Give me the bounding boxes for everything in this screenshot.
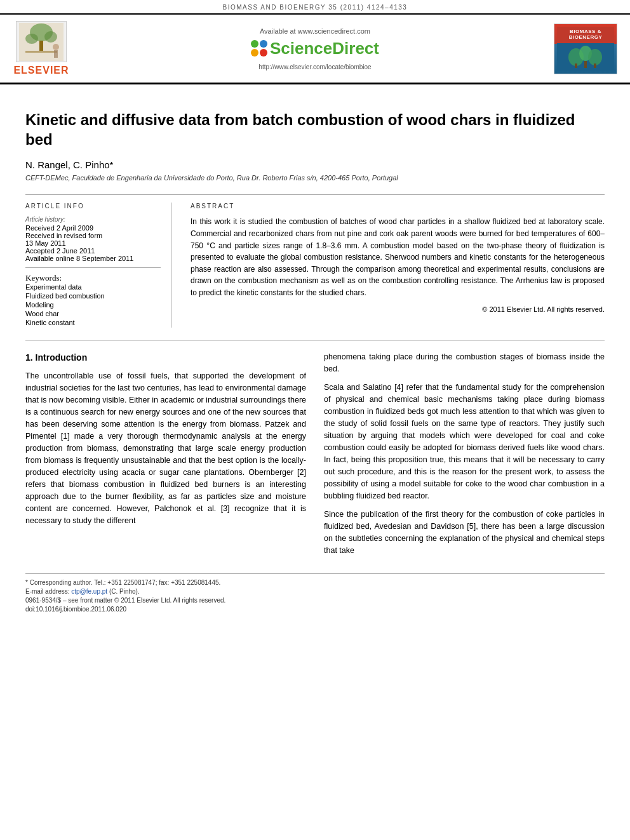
elsevier-logo: ELSEVIER [6,21,76,76]
received-date: Received 2 April 2009 [25,224,161,232]
introduction-heading: 1. Introduction [25,351,306,364]
doi-footnote: doi:10.1016/j.biombioe.2011.06.020 [25,606,605,613]
section-divider [25,340,605,341]
sciencedirect-text: ScienceDirect [270,39,379,58]
journal-bar: BIOMASS AND BIOENERGY 35 (2011) 4124–413… [0,0,630,15]
keyword-2: Fluidized bed combustion [25,292,161,300]
abstract-panel: ABSTRACT In this work it is studied the … [191,203,605,328]
sd-dot-2 [260,40,267,48]
sciencedirect-dots [251,40,267,57]
main-content: Kinetic and diffusive data from batch co… [0,84,630,627]
elsevier-tree-svg [19,23,64,61]
body-left-column: 1. Introduction The uncontrollable use o… [25,351,306,563]
article-history: Article history: Received 2 April 2009 R… [25,216,161,262]
svg-rect-12 [575,63,577,68]
keyword-5: Kinetic constant [25,319,161,326]
sd-dot-4 [260,49,267,57]
svg-rect-2 [39,41,43,51]
svg-rect-14 [594,63,596,68]
article-info-panel: ARTICLE INFO Article history: Received 2… [25,203,171,328]
sciencedirect-logo: ScienceDirect [76,39,554,58]
elsevier-tree-image [16,21,67,62]
email-link[interactable]: ctp@fe.up.pt [71,588,107,595]
article-info-abstract-section: ARTICLE INFO Article history: Received 2… [25,194,605,328]
email-suffix: (C. Pinho). [109,588,140,595]
biomass-logo-bottom [557,43,614,71]
copyright-text: © 2011 Elsevier Ltd. All rights reserved… [191,304,605,315]
authors-text: N. Rangel, C. Pinho* [25,159,113,170]
abstract-text-content: In this work it is studied the combustio… [191,217,605,297]
keyword-3: Modeling [25,301,161,309]
accepted-date: Accepted 2 June 2011 [25,247,161,255]
intro-right-paragraph-1: phenomena taking place during the combus… [324,351,605,375]
email-prefix: E-mail address: [25,588,71,595]
svg-rect-5 [25,51,57,53]
biomass-logo-top: BIOMASS &BIOENERGY [557,27,614,42]
issn-footnote: 0961-9534/$ – see front matter © 2011 El… [25,597,605,604]
body-right-column: phenomena taking place during the combus… [324,351,605,563]
intro-right-paragraph-2: Scala and Salatino [4] refer that the fu… [324,382,605,502]
corresponding-author-footnote: * Corresponding author. Tel.: +351 22508… [25,579,605,586]
sd-dot-3 [251,49,258,57]
abstract-label: ABSTRACT [191,203,605,210]
intro-left-paragraph-1: The uncontrollable use of fossil fuels, … [25,370,306,527]
center-header: Available at www.sciencedirect.com Scien… [76,27,554,70]
svg-point-6 [53,44,59,50]
keyword-4: Wood char [25,310,161,317]
authors-line: N. Rangel, C. Pinho* [25,159,605,170]
article-history-heading: Article history: [25,216,161,223]
sd-dot-1 [251,40,258,48]
available-at-text: Available at www.sciencedirect.com [76,27,554,35]
journal-url: http://www.elsevier.com/locate/biombioe [76,63,554,70]
body-section: 1. Introduction The uncontrollable use o… [25,351,605,563]
svg-rect-7 [54,50,58,58]
article-title: Kinetic and diffusive data from batch co… [25,110,605,149]
revised-date: 13 May 2011 [25,239,161,247]
revised-label: Received in revised form [25,232,161,239]
section-number: 1. [25,352,33,363]
intro-right-paragraph-3: Since the publication of the first theor… [324,509,605,557]
abstract-body: In this work it is studied the combustio… [191,216,605,314]
svg-point-11 [588,49,602,65]
article-info-label: ARTICLE INFO [25,203,161,210]
svg-point-3 [25,34,38,44]
section-title: Introduction [36,352,88,363]
biomass-bioenergy-logo: BIOMASS &BIOENERGY [554,23,617,74]
journal-bar-text: BIOMASS AND BIOENERGY 35 (2011) 4124–413… [223,4,408,11]
keywords-heading: Keywords: [25,273,161,283]
svg-rect-13 [584,61,587,68]
biomass-logo-graphic [563,46,608,68]
email-footnote: E-mail address: ctp@fe.up.pt (C. Pinho). [25,588,605,595]
footnotes-section: * Corresponding author. Tel.: +351 22508… [25,573,605,613]
header-area: ELSEVIER Available at www.sciencedirect.… [0,15,630,84]
online-date: Available online 8 September 2011 [25,255,161,262]
affiliation-text: CEFT-DEMec, Faculdade de Engenharia da U… [25,174,605,182]
keyword-1: Experimental data [25,283,161,291]
keywords-section: Keywords: Experimental data Fluidized be… [25,267,161,326]
elsevier-brand-text: ELSEVIER [13,65,69,76]
svg-point-4 [44,31,57,43]
